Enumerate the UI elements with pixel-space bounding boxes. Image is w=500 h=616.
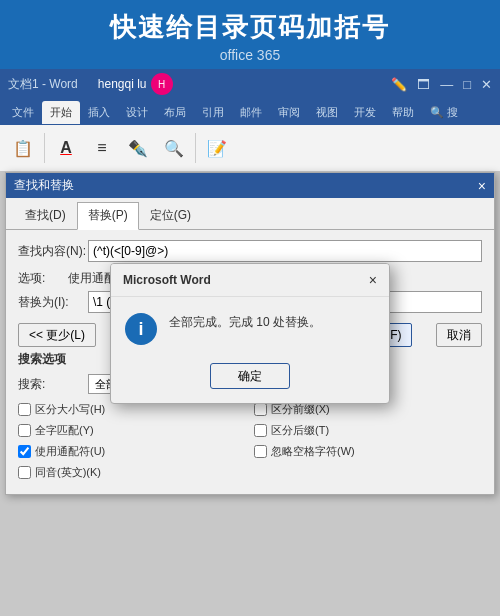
minimize-icon[interactable]: — <box>440 77 453 92</box>
alert-overlay: Microsoft Word × i 全部完成。完成 10 处替换。 确定 <box>6 173 494 494</box>
word-ribbon: 文件 开始 插入 设计 布局 引用 邮件 审阅 视图 开发 帮助 🔍 搜 📋 A… <box>0 99 500 172</box>
restore-icon[interactable]: 🗖 <box>417 77 430 92</box>
ribbon-controls: 📋 A ≡ ✒️ 🔍 📝 <box>0 125 500 171</box>
alert-message: 全部完成。完成 10 处替换。 <box>169 313 321 331</box>
tab-insert[interactable]: 插入 <box>80 101 118 124</box>
alert-info-icon: i <box>125 313 157 345</box>
avatar: H <box>151 73 173 95</box>
tab-design[interactable]: 设计 <box>118 101 156 124</box>
tab-view[interactable]: 视图 <box>308 101 346 124</box>
ribbon-find-btn[interactable]: 🔍 <box>159 131 189 165</box>
ribbon-font-color-btn[interactable]: A <box>51 131 81 165</box>
ribbon-sep-1 <box>44 133 45 163</box>
alert-titlebar: Microsoft Word × <box>111 264 389 297</box>
close-icon[interactable]: ✕ <box>481 77 492 92</box>
alert-dialog: Microsoft Word × i 全部完成。完成 10 处替换。 确定 <box>110 263 390 404</box>
alert-footer: 确定 <box>111 357 389 403</box>
banner-title: 快速给目录页码加括号 <box>0 10 500 45</box>
tab-mailings[interactable]: 邮件 <box>232 101 270 124</box>
word-titlebar: 文档1 - Word hengqi lu H ✏️ 🗖 — □ ✕ <box>0 69 500 99</box>
tab-developer[interactable]: 开发 <box>346 101 384 124</box>
top-banner: 快速给目录页码加括号 office 365 <box>0 0 500 69</box>
edit-icon[interactable]: ✏️ <box>391 77 407 92</box>
ribbon-tab-bar: 文件 开始 插入 设计 布局 引用 邮件 审阅 视图 开发 帮助 🔍 搜 <box>0 99 500 125</box>
ribbon-format-brush-btn[interactable]: ✒️ <box>123 131 153 165</box>
alert-close-btn[interactable]: × <box>369 272 377 288</box>
ribbon-paragraph-btn[interactable]: ≡ <box>87 131 117 165</box>
alert-ok-btn[interactable]: 确定 <box>210 363 290 389</box>
tab-search[interactable]: 🔍 搜 <box>422 101 466 124</box>
ribbon-sep-2 <box>195 133 196 163</box>
doc-name: 文档1 - Word <box>8 76 78 93</box>
maximize-icon[interactable]: □ <box>463 77 471 92</box>
alert-body: i 全部完成。完成 10 处替换。 <box>111 297 389 357</box>
find-replace-dialog: 查找和替换 × 查找(D) 替换(P) 定位(G) 查找内容(N): 选项: 使… <box>5 172 495 495</box>
tab-layout[interactable]: 布局 <box>156 101 194 124</box>
titlebar-controls: ✏️ 🗖 — □ ✕ <box>391 77 492 92</box>
alert-title: Microsoft Word <box>123 273 211 287</box>
user-info: hengqi lu H <box>98 73 173 95</box>
ribbon-highlight-btn[interactable]: 📝 <box>202 131 232 165</box>
tab-home[interactable]: 开始 <box>42 101 80 124</box>
tab-file[interactable]: 文件 <box>4 101 42 124</box>
titlebar-left: 文档1 - Word hengqi lu H <box>8 73 173 95</box>
tab-references[interactable]: 引用 <box>194 101 232 124</box>
tab-review[interactable]: 审阅 <box>270 101 308 124</box>
banner-subtitle: office 365 <box>0 47 500 63</box>
username-label: hengqi lu <box>98 77 147 91</box>
tab-help[interactable]: 帮助 <box>384 101 422 124</box>
ribbon-paste-btn[interactable]: 📋 <box>8 131 38 165</box>
